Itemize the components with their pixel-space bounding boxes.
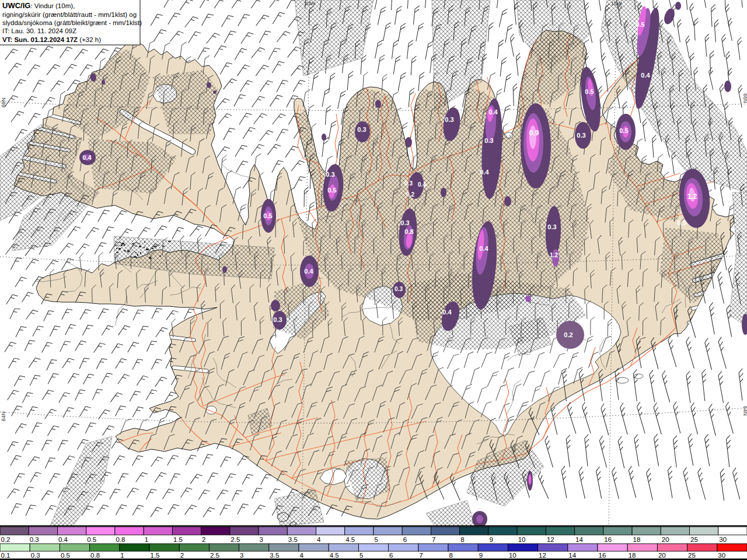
svg-text:0.5: 0.5 [87,536,96,543]
svg-text:12: 12 [539,552,546,559]
svg-text:30: 30 [719,536,727,543]
svg-text:20W: 20W [305,1,316,6]
svg-text:2: 2 [180,552,184,559]
svg-text:10: 10 [518,536,526,543]
svg-text:7: 7 [419,552,423,559]
svg-text:2.5: 2.5 [210,552,219,559]
svg-text:0.8: 0.8 [404,228,413,235]
svg-text:0.5: 0.5 [636,21,644,28]
svg-text:25: 25 [690,536,698,543]
svg-text:6: 6 [403,536,407,543]
svg-text:8: 8 [460,536,464,543]
svg-text:3: 3 [260,536,263,543]
svg-text:14: 14 [568,552,576,559]
svg-text:9: 9 [479,552,483,559]
svg-text:0.5: 0.5 [585,88,594,95]
svg-text:15W: 15W [611,1,622,6]
svg-text:4: 4 [317,536,321,543]
svg-text:3: 3 [240,552,243,559]
svg-text:0.8: 0.8 [116,536,125,543]
svg-text:18: 18 [629,552,636,559]
svg-text:7: 7 [432,536,435,543]
svg-text:1.5: 1.5 [173,536,183,543]
svg-text:9: 9 [489,536,493,543]
svg-text:0.5: 0.5 [619,127,628,134]
svg-text:12: 12 [547,536,554,543]
svg-text:slydda/snjókoma (grátt/bleikt/: slydda/snjókoma (grátt/bleikt/grænt - mm… [2,19,142,26]
svg-text:0.4: 0.4 [304,268,313,275]
svg-text:20: 20 [662,536,669,543]
svg-text:16: 16 [604,536,612,543]
svg-text:4: 4 [300,552,304,559]
svg-text:0.4: 0.4 [488,108,498,116]
svg-text:0.3: 0.3 [404,180,413,187]
svg-text:0.1: 0.1 [1,552,11,559]
svg-text:0.3: 0.3 [400,219,409,226]
svg-text:0.8: 0.8 [90,552,100,559]
svg-text:0.5: 0.5 [263,212,272,219]
svg-text:10: 10 [509,552,516,559]
svg-text:66N: 66N [742,93,747,103]
svg-text:0.3: 0.3 [273,316,282,323]
svg-text:0.3: 0.3 [484,137,493,144]
svg-text:0.5: 0.5 [327,187,336,194]
svg-text:66N: 66N [1,97,6,107]
svg-text:18: 18 [633,536,641,543]
svg-text:1.5: 1.5 [151,552,160,559]
svg-text:2: 2 [202,536,205,543]
svg-text:0.4: 0.4 [641,72,650,79]
svg-text:8: 8 [449,552,453,559]
svg-text:4.5: 4.5 [330,552,339,559]
svg-text:0.2: 0.2 [1,536,11,543]
svg-text:0.5: 0.5 [61,552,70,559]
svg-text:0.9: 0.9 [529,129,539,137]
svg-text:3.5: 3.5 [288,536,298,543]
svg-text:25: 25 [688,552,696,559]
svg-text:0.3: 0.3 [30,536,39,543]
svg-text:0.2: 0.2 [406,191,414,198]
svg-text:30: 30 [718,552,725,559]
svg-text:14: 14 [575,536,583,543]
svg-text:6: 6 [389,552,393,559]
svg-text:VT: Sun. 01.12.2024 17Z (+32 h: VT: Sun. 01.12.2024 17Z (+32 h) [2,36,101,43]
svg-text:2.5: 2.5 [231,536,240,543]
svg-text:0.3: 0.3 [395,286,403,292]
svg-text:1.2: 1.2 [687,192,697,201]
svg-text:64N: 64N [1,411,6,421]
svg-text:4.5: 4.5 [345,536,355,543]
svg-text:1: 1 [145,536,148,543]
svg-text:5: 5 [375,536,378,543]
svg-text:0.2: 0.2 [564,331,573,338]
svg-text:0.4: 0.4 [479,245,488,252]
svg-text:0.3: 0.3 [357,126,366,133]
svg-text:16: 16 [599,552,606,559]
svg-text:0.4: 0.4 [442,309,452,316]
svg-text:0.3: 0.3 [547,223,556,230]
svg-text:0.3: 0.3 [326,171,334,178]
svg-text:rigning/skúrir (grænt/blátt/ra: rigning/skúrir (grænt/blátt/rautt - mm/1… [2,11,137,18]
svg-text:1.2: 1.2 [550,252,558,258]
svg-text:0.4: 0.4 [418,181,426,188]
svg-text:0.3: 0.3 [677,219,686,226]
svg-text:0.4: 0.4 [480,169,489,176]
svg-text:0.3: 0.3 [31,552,40,559]
svg-text:0.3: 0.3 [577,132,585,139]
svg-text:20: 20 [658,552,666,559]
svg-text:UWC/IG: Vindur (10m),: UWC/IG: Vindur (10m), [2,1,75,10]
svg-text:0.4: 0.4 [58,536,68,543]
svg-text:0.3: 0.3 [445,116,453,123]
svg-text:IT: Lau. 30. 11. 2024 09Z: IT: Lau. 30. 11. 2024 09Z [2,27,76,34]
svg-text:1: 1 [120,552,124,559]
svg-text:5: 5 [359,552,363,559]
svg-text:3.5: 3.5 [270,552,279,559]
svg-text:64N: 64N [742,406,747,416]
svg-text:0.4: 0.4 [82,154,92,161]
